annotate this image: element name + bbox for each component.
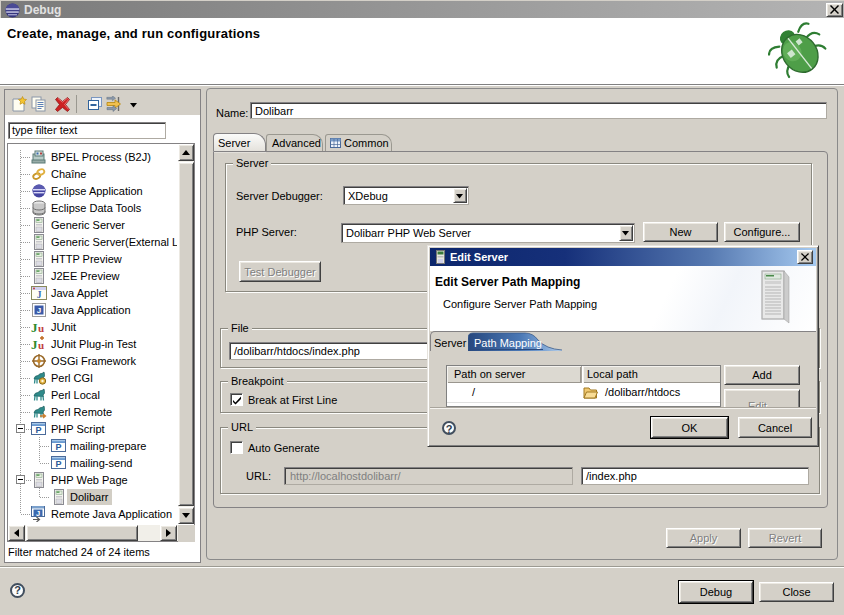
svg-text:J: J xyxy=(37,306,41,315)
svg-text:J: J xyxy=(37,290,42,300)
